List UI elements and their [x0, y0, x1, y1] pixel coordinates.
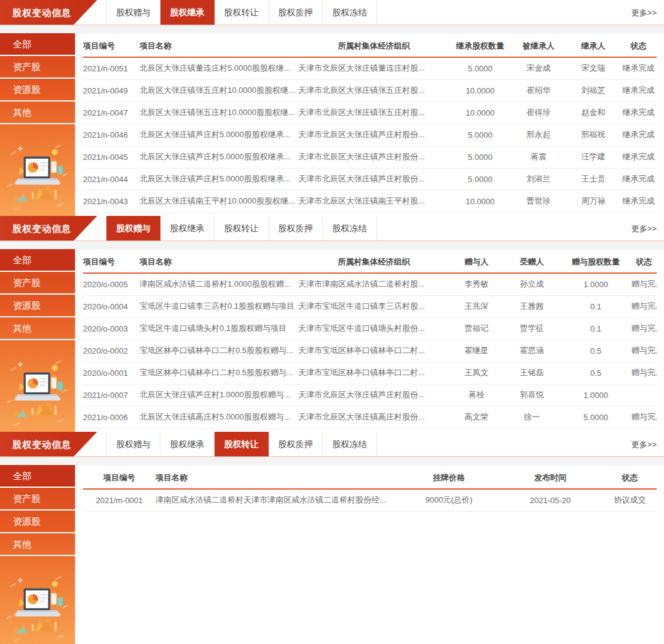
section-content: 全部资产股资源股其他: [0, 249, 664, 432]
tab-3[interactable]: 股权质押: [269, 216, 323, 241]
sidebar-item-2[interactable]: 资源股: [0, 511, 75, 533]
cell: 协议成交: [603, 489, 657, 511]
cell: 2021/n-0046: [83, 124, 140, 146]
cell: 宝坻区牛道口镇塘头村0.1股股权赠与项目: [140, 317, 298, 340]
table-row[interactable]: 2020/o-0004宝坻区牛道口镇李三店村0.1股股权赠与项目天津市宝坻区牛道…: [83, 295, 657, 317]
cell: 北辰区大张庄镇芦庄村1.0000股股权赠与...: [140, 384, 298, 406]
cell: 1.0000: [560, 273, 631, 295]
tab-1[interactable]: 股权继承: [160, 216, 215, 241]
cell: 0.5: [560, 362, 631, 384]
tab-0[interactable]: 股权赠与: [106, 432, 160, 456]
cell: 2021/n-0047: [83, 101, 140, 124]
column-header: 所属村集体经济组织: [298, 35, 449, 57]
section-title: 股权变动信息: [12, 439, 71, 450]
tab-bar: 股权赠与股权继承股权转让股权质押股权冻结: [106, 0, 377, 25]
tab-4[interactable]: 股权冻结: [323, 0, 377, 25]
sidebar-item-3[interactable]: 其他: [0, 533, 75, 556]
tab-0[interactable]: 股权赠与: [106, 216, 160, 241]
cell: 10.0000: [449, 101, 511, 124]
table-container: 项目编号项目名称挂牌价格发布时间状态 2021/m-0001津南区咸水沽镇二道桥…: [75, 465, 664, 644]
cell: 崔得珍: [511, 101, 566, 124]
tab-3[interactable]: 股权质押: [269, 0, 323, 25]
table-row[interactable]: 2020/o-0005津南区咸水沽镇二道桥村1.0000股股权赠...天津市津南…: [83, 273, 657, 295]
cell: 10.0000: [449, 79, 511, 101]
cell: 津南区咸水沽镇二道桥村1.0000股股权赠...: [140, 273, 298, 295]
cell: 5.0000: [449, 168, 511, 190]
sidebar-item-0[interactable]: 全部: [0, 249, 75, 272]
section-title-flag: 股权变动信息: [0, 0, 97, 25]
cell: 刘福芝: [566, 79, 620, 101]
cell: [631, 384, 657, 406]
tab-0[interactable]: 股权赠与: [106, 0, 160, 25]
table-row[interactable]: 2021/n-0046北辰区大张庄镇芦庄村5.0000股股权继承...天津市北辰…: [83, 124, 657, 146]
sidebar-item-1[interactable]: 资产股: [0, 272, 75, 295]
cell: 贾学征: [504, 317, 560, 340]
cell: 继承完成: [620, 146, 657, 168]
tab-2[interactable]: 股权转让: [215, 432, 269, 456]
table-row[interactable]: 2021/n-0045北辰区大张庄镇芦庄村5.0000股股权继承...天津市北辰…: [83, 146, 657, 168]
table-container: 项目编号项目名称所属村集体经济组织赠与人受赠人赠与股权数量状态 2020/o-0…: [75, 249, 664, 432]
tab-4[interactable]: 股权冻结: [323, 432, 377, 456]
sidebar-item-3[interactable]: 其他: [0, 317, 75, 340]
transfer-table: 项目编号项目名称挂牌价格发布时间状态 2021/m-0001津南区咸水沽镇二道桥…: [83, 467, 657, 512]
table-row[interactable]: 2021/m-0001津南区咸水沽镇二道桥村天津市津南区咸水沽镇二道桥村股份经.…: [83, 489, 657, 511]
more-link[interactable]: 更多>>: [631, 0, 657, 25]
tab-2[interactable]: 股权转让: [215, 0, 269, 25]
table-row[interactable]: 2021/n-0044北辰区大张庄镇芦庄村5.0000股股权继承...天津市北辰…: [83, 168, 657, 190]
cell: 2021-05-20: [497, 489, 603, 511]
cell: 5.0000: [449, 146, 511, 168]
table-row[interactable]: 2021/o-0007北辰区大张庄镇芦庄村1.0000股股权赠与...天津市北辰…: [83, 384, 657, 406]
sidebar-item-1[interactable]: 资产股: [0, 56, 75, 79]
cell: 5.0000: [449, 57, 511, 79]
cell: 2020/o-0001: [83, 362, 140, 384]
section-title-flag: 股权变动信息: [0, 432, 97, 456]
section-header: 股权变动信息 股权赠与股权继承股权转让股权质押股权冻结 更多>>: [0, 432, 664, 457]
cell: 北辰区大张庄镇芦庄村5.0000股股权继承...: [140, 124, 298, 146]
tab-2[interactable]: 股权转让: [215, 216, 269, 241]
cell: 宋文瑞: [566, 57, 620, 79]
cell: 津南区咸水沽镇二道桥村天津市津南区咸水沽镇二道桥村股份经...: [156, 489, 400, 511]
table-row[interactable]: 2021/n-0051北辰区大张庄镇董连庄村5.0000股股权继...天津市北辰…: [83, 57, 657, 79]
sidebar-menu: 全部资产股资源股其他: [0, 465, 75, 556]
cell: 王兆深: [449, 295, 504, 317]
cell: 北辰区大张庄镇芦庄村5.0000股股权继承...: [140, 168, 298, 190]
sidebar-item-0[interactable]: 全部: [0, 33, 75, 56]
sidebar-item-2[interactable]: 资源股: [0, 295, 75, 317]
sidebar-item-3[interactable]: 其他: [0, 101, 75, 124]
cell: 2020/o-0005: [83, 273, 140, 295]
cell: 天津市北辰区大张庄镇芦庄村股份...: [298, 384, 449, 406]
tab-1[interactable]: 股权继承: [160, 0, 215, 25]
cell: 9000元(总价): [400, 489, 497, 511]
sidebar-menu: 全部资产股资源股其他: [0, 249, 75, 340]
table-row[interactable]: 2020/o-0002宝坻区林亭口镇林亭口二村0.5股股权赠与...天津市宝坻区…: [83, 340, 657, 362]
sidebar-menu: 全部资产股资源股其他: [0, 33, 75, 124]
cell: 赠与完成: [631, 340, 657, 362]
more-link[interactable]: 更多>>: [631, 216, 657, 241]
table-row[interactable]: 2021/n-0049北辰区大张庄镇张五庄村10.0000股股权继...天津市北…: [83, 79, 657, 101]
cell: 蒋栓: [449, 384, 504, 406]
cell: 天津市北辰区大张庄镇芦庄村股份...: [298, 124, 449, 146]
cell: 5.0000: [449, 124, 511, 146]
sidebar-item-1[interactable]: 资产股: [0, 488, 75, 511]
cell: 2021/n-0043: [83, 190, 140, 212]
sidebar-item-0[interactable]: 全部: [0, 465, 75, 488]
table-row[interactable]: 2020/o-0001宝坻区林亭口镇林亭口二村0.5股股权赠与...天津市宝坻区…: [83, 362, 657, 384]
tab-4[interactable]: 股权冻结: [323, 216, 377, 241]
table-row[interactable]: 2021/n-0047北辰区大张庄镇张五庄村10.0000股股权继...天津市北…: [83, 101, 657, 124]
sidebar-item-2[interactable]: 资源股: [0, 79, 75, 101]
tab-1[interactable]: 股权继承: [160, 432, 215, 456]
tab-3[interactable]: 股权质押: [269, 432, 323, 456]
table-body: 2020/o-0005津南区咸水沽镇二道桥村1.0000股股权赠...天津市津南…: [83, 273, 657, 428]
table-row[interactable]: 2020/o-0003宝坻区牛道口镇塘头村0.1股股权赠与项目天津市宝坻区牛道口…: [83, 317, 657, 340]
column-header: 项目名称: [140, 251, 298, 273]
cell: 2020/o-0003: [83, 317, 140, 340]
section-transfer: 股权变动信息 股权赠与股权继承股权转让股权质押股权冻结 更多>> 全部资产股资源…: [0, 432, 664, 644]
table-body: 2021/m-0001津南区咸水沽镇二道桥村天津市津南区咸水沽镇二道桥村股份经.…: [83, 489, 657, 511]
laptop-analytics-illustration-icon: [0, 556, 75, 644]
table-row[interactable]: 2021/o-0006北辰区大张庄镇高庄村5.0000股股权赠与...天津市北辰…: [83, 406, 657, 428]
cell: 0.5: [560, 340, 631, 362]
table-header-row: 项目编号项目名称挂牌价格发布时间状态: [83, 467, 657, 489]
cell: 2021/n-0045: [83, 146, 140, 168]
more-link[interactable]: 更多>>: [631, 432, 657, 457]
table-row[interactable]: 2021/n-0043北辰区大张庄镇南王平村10.0000股股权继...天津市北…: [83, 190, 657, 212]
